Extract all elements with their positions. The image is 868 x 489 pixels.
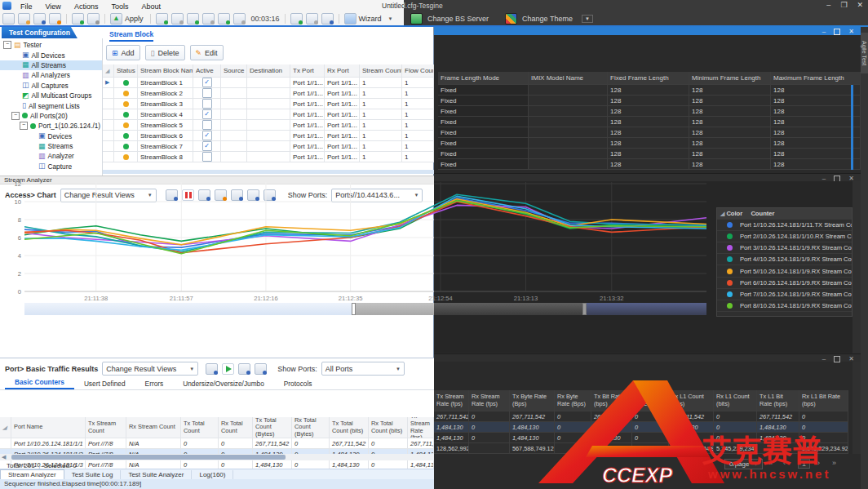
export-icon[interactable] [255, 363, 267, 375]
legend-item[interactable]: Port 5//10.26.124.181/1/9.RX Stream Coun… [717, 265, 852, 277]
tab-stream-block[interactable]: Stream Block [109, 30, 153, 42]
next-page-icon[interactable]: › [817, 459, 820, 467]
frame-table-scrollbar[interactable] [851, 85, 853, 170]
table-row[interactable]: Fixed128128128 [438, 85, 861, 96]
chart-range-selector[interactable] [24, 303, 706, 315]
edit-button[interactable]: ✎Edit [190, 45, 224, 60]
table-row[interactable]: Fixed128128128 [438, 159, 861, 170]
menu-view[interactable]: View [40, 2, 67, 11]
active-checkbox[interactable] [202, 99, 212, 109]
open-file-icon[interactable] [18, 13, 30, 24]
tree-item-streams[interactable]: ▦Streams [0, 141, 102, 151]
start-capture-icon[interactable] [187, 13, 199, 24]
stream-block-hscrollbar[interactable] [103, 170, 434, 174]
change-theme-button[interactable]: Change Theme [522, 15, 573, 23]
table-row[interactable]: StreamBlock 4Port 1//1...Port 1//1...11 [103, 109, 434, 120]
disconnect-chassis-icon[interactable] [87, 13, 100, 24]
clear-results-icon[interactable] [321, 13, 334, 24]
stop-capture-icon[interactable] [202, 13, 215, 24]
table-row[interactable]: 1,484,13001,484,13001,484,13001,484,1300… [434, 433, 848, 443]
run-icon-group[interactable] [156, 13, 246, 24]
tree-item-all-multicast-groups[interactable]: ◩All Multicast Groups [0, 91, 102, 100]
show-ports-dropdown[interactable]: All Ports▼ [321, 362, 405, 376]
table-row[interactable]: Fixed128128128 [438, 149, 861, 159]
connect-chassis-icon[interactable] [72, 13, 84, 24]
tab-errors[interactable]: Errors [135, 378, 174, 389]
tree-item-all-captures[interactable]: ◫All Captures [0, 81, 102, 91]
wizard-caret-icon[interactable]: ▼ [388, 16, 393, 21]
table-row[interactable]: StreamBlock 7Port 1//1...Port 1//1...11 [103, 141, 434, 152]
expander-icon[interactable]: − [11, 112, 20, 120]
clear-icon[interactable] [238, 363, 250, 375]
table-row[interactable]: StreamBlock 5Port 1//1...Port 1//1...11 [103, 120, 434, 131]
traffic-hscrollbar[interactable]: ◀ [0, 454, 434, 460]
legend-item[interactable]: Port 6//10.26.124.181/1/9.RX Stream Coun… [717, 278, 852, 289]
dark-window-controls[interactable]: –✕ [822, 28, 854, 35]
connect-icon-group[interactable] [72, 13, 100, 24]
range-track-right[interactable] [587, 303, 706, 315]
status-tab-log-160-[interactable]: Log(160) [192, 470, 233, 479]
menu-tools[interactable]: Tools [105, 2, 134, 11]
stop-traffic-icon[interactable] [233, 13, 246, 24]
expander-icon[interactable]: − [3, 41, 11, 49]
change-bs-button[interactable]: Change BS Server [427, 15, 489, 23]
legend-item[interactable]: Port 7//10.26.124.181/1/9.RX Stream Coun… [717, 289, 852, 300]
active-checkbox[interactable] [202, 88, 212, 98]
menu-file[interactable]: File [15, 2, 38, 11]
tab-basic-counters[interactable]: Basic Counters [5, 376, 74, 389]
legend-item[interactable]: Port 1//10.26.124.181/1/11.TX Stream Cou… [717, 220, 852, 231]
tab-test-configuration[interactable]: Test Configuration [2, 27, 78, 38]
table-row[interactable]: Fixed128128128 [438, 127, 861, 138]
start-icon[interactable] [222, 363, 234, 375]
stream-analyzer-chart[interactable] [24, 179, 706, 293]
tree-item-analyzer[interactable]: ▥Analyzer [0, 151, 102, 161]
prev-page-icon[interactable]: ‹ [783, 459, 786, 467]
status-tab-stream-analyzer[interactable]: Stream Analyzer [0, 469, 64, 479]
table-row[interactable]: StreamBlock 2Port 1//1...Port 1//1...11 [103, 88, 434, 99]
range-selected-right[interactable] [434, 303, 582, 315]
first-page-icon[interactable]: « [768, 459, 773, 467]
table-row[interactable]: Fixed128128128 [438, 106, 861, 117]
change-result-views-dropdown[interactable]: Change Result Views▼ [102, 362, 198, 376]
active-checkbox[interactable] [202, 78, 212, 87]
db-icon-group[interactable] [290, 13, 334, 24]
add-button[interactable]: ⊞Add [106, 45, 140, 60]
stop-device-icon[interactable] [171, 13, 184, 24]
new-file-icon[interactable] [2, 13, 15, 24]
chart-settings-icon[interactable] [206, 363, 218, 375]
agile-test-tab[interactable]: Agile Test [861, 33, 868, 73]
active-checkbox[interactable] [202, 120, 212, 130]
delete-button[interactable]: ▯Delete [145, 45, 185, 60]
table-row[interactable]: Fixed128128128 [438, 117, 861, 127]
save-config-icon[interactable] [306, 13, 318, 24]
legend-item[interactable]: Port 2//10.26.124.181/1/10.RX Stream Cou… [717, 231, 852, 242]
legend-item[interactable]: Port 3//10.26.124.181/1/9.RX Stream Coun… [717, 242, 852, 254]
status-tab-test-suite-log[interactable]: Test Suite Log [64, 470, 122, 479]
last-page-icon[interactable]: » [832, 459, 836, 467]
table-row[interactable]: ▶StreamBlock 1Port 1//1...Port 1//1...11 [103, 78, 434, 88]
active-checkbox[interactable] [202, 141, 212, 151]
menu-actions[interactable]: Actions [69, 2, 104, 11]
table-row[interactable]: StreamBlock 8Port 1//1...Port 1//1...11 [103, 152, 434, 162]
start-device-icon[interactable] [156, 13, 168, 24]
tab-undersize-oversize-jumbo[interactable]: Undersize/Oversize/Jumbo [173, 378, 274, 389]
table-row[interactable]: Fixed128128128 [438, 96, 861, 106]
per-page-dropdown[interactable]: 0/page▼ [724, 459, 763, 469]
tree-item-all-devices[interactable]: ▣All Devices [0, 50, 102, 60]
tab-usert-defined[interactable]: Usert Defined [74, 378, 135, 389]
tree-item-all-segment-lists[interactable]: ▯All segment Lists [0, 100, 102, 110]
apply-button[interactable]: Apply [125, 15, 144, 23]
tab-protocols[interactable]: Protocols [274, 378, 322, 389]
results-window-controls[interactable]: –✕ [822, 355, 854, 362]
wizard-button[interactable]: Wizard [359, 15, 382, 23]
tree-item-port-1-10-26-124-1-[interactable]: −Port_1(10.26.124./1) [0, 121, 102, 131]
table-row[interactable]: StreamBlock 3Port 1//1...Port 1//1...11 [103, 99, 434, 109]
page-number[interactable]: 1 [798, 459, 810, 469]
table-row[interactable]: 1,484,13001,484,13001,484,13001,484,1300… [434, 422, 848, 433]
active-checkbox[interactable] [202, 131, 212, 140]
tree-item-capture[interactable]: ◫Capture [0, 162, 102, 171]
tree-item-all-analyzers[interactable]: ▥All Analyzers [0, 70, 102, 80]
load-config-icon[interactable] [290, 13, 303, 24]
expander-icon[interactable]: − [20, 122, 28, 130]
edit-file-icon[interactable] [49, 13, 61, 24]
